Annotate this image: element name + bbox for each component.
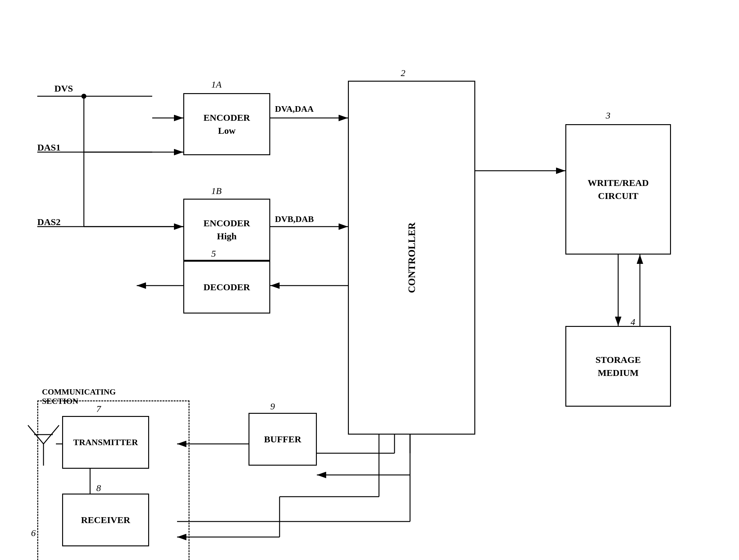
ref-6: 6 [31,528,36,538]
write-read-label: WRITE/READCIRCUIT [588,176,649,202]
dva-daa-label: DVA,DAA [275,104,314,114]
controller-label: CONTROLLER [406,222,418,293]
encoder-high-block: ENCODERHigh [183,199,270,261]
communicating-section-label: COMMUNICATINGSECTION [42,387,116,406]
buffer-label: BUFFER [264,434,301,444]
encoder-low-block: ENCODERLow [183,93,270,155]
svg-point-7 [82,94,86,99]
write-read-block: WRITE/READCIRCUIT [565,124,671,254]
das2-label: DAS2 [37,217,60,227]
ref-5: 5 [211,248,216,259]
controller-block: CONTROLLER [348,81,475,434]
dvs-label: DVS [54,83,73,94]
dvb-dab-label: DVB,DAB [275,214,314,224]
decoder-label: DECODER [203,282,250,293]
buffer-block: BUFFER [249,413,317,465]
ref-4: 4 [630,317,635,327]
ref-9: 9 [270,401,275,412]
encoder-low-label: ENCODERLow [203,111,250,137]
ref-2: 2 [401,68,405,78]
ref-1A: 1A [211,79,221,90]
das1-label: DAS1 [37,142,60,153]
ref-1B: 1B [211,186,221,196]
storage-medium-label: STORAGEMEDIUM [595,353,641,379]
transmitter-label: TRANSMITTER [73,437,138,447]
receiver-block: RECEIVER [62,494,149,546]
encoder-high-label: ENCODERHigh [203,217,250,243]
antenna-svg [25,419,62,469]
decoder-block: DECODER [183,261,270,314]
storage-medium-block: STORAGEMEDIUM [565,326,671,407]
receiver-label: RECEIVER [81,515,130,525]
ref-8: 8 [96,483,101,493]
transmitter-block: TRANSMITTER [62,416,149,469]
ref-3: 3 [606,110,610,121]
diagram: ENCODERLow ENCODERHigh CONTROLLER WRITE/… [0,0,739,560]
